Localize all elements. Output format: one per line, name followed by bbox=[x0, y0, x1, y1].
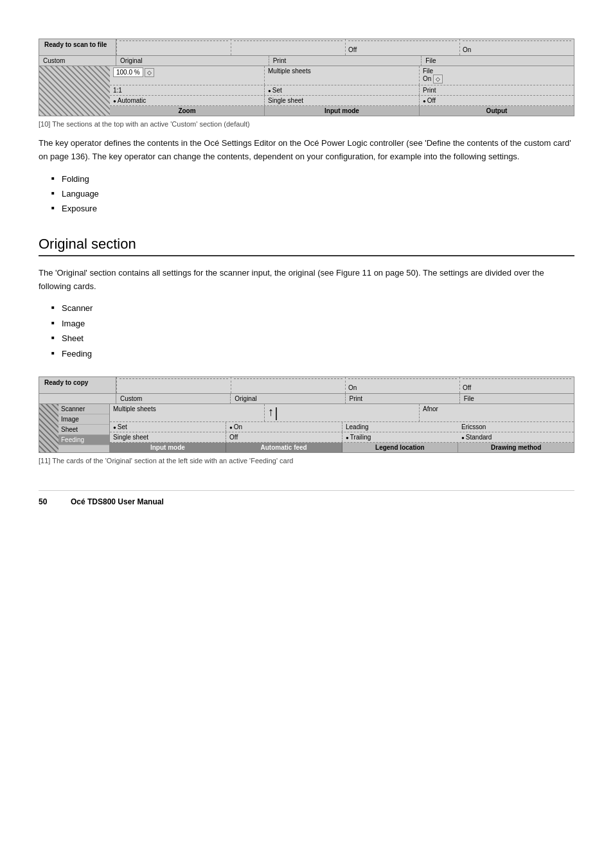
auto-arrow: ↑ bbox=[265, 404, 420, 421]
output-off: Off bbox=[420, 96, 574, 105]
sidebar-image[interactable]: Image bbox=[58, 414, 109, 425]
figure-10-panel: Ready to scan to file Off On bbox=[39, 39, 574, 116]
footer-zoom[interactable]: Zoom bbox=[110, 106, 265, 116]
input-multiple: Multiple sheets bbox=[110, 404, 265, 421]
tab-off-10: Off bbox=[348, 46, 357, 53]
sidebar-menu-11: Scanner Image Sheet Feeding bbox=[58, 404, 110, 452]
zoom-box[interactable]: 100.0 % bbox=[113, 67, 143, 77]
card-feeding: Feeding bbox=[51, 346, 574, 361]
panel-header-10: Ready to scan to file Off On bbox=[39, 39, 574, 56]
tab-print-11[interactable]: Print bbox=[346, 394, 460, 403]
input-mode-header: Multiple sheets bbox=[265, 66, 420, 85]
sidebar-sheet[interactable]: Sheet bbox=[58, 425, 109, 435]
auto-on: On bbox=[226, 422, 342, 432]
page-content: Ready to scan to file Off On bbox=[0, 0, 613, 545]
bullet-item-language: Language bbox=[51, 186, 574, 201]
auto-off: Off bbox=[226, 432, 342, 442]
footer-row-11: Input mode Automatic feed Legend locatio… bbox=[110, 443, 574, 452]
footer-auto-feed-11[interactable]: Automatic feed bbox=[226, 443, 342, 452]
zoom-value: 100.0 % ◇ bbox=[110, 66, 265, 85]
status-label-10: Ready to scan to file bbox=[39, 39, 116, 55]
zoom-auto: Automatic bbox=[110, 96, 265, 105]
output-header: FileOn ◇ bbox=[420, 66, 574, 85]
arrow-up-icon: ↑ bbox=[268, 405, 274, 418]
tab-empty-11 bbox=[39, 394, 116, 403]
footer-legend-loc-11[interactable]: Legend location bbox=[342, 443, 459, 452]
zoom-ratio: 1:1 bbox=[110, 85, 265, 95]
tab-file-10[interactable]: File bbox=[422, 56, 574, 66]
figure-11-panel: Ready to copy On Off C bbox=[39, 376, 574, 453]
tab-file-11[interactable]: File bbox=[460, 394, 574, 403]
tab-on-11: On bbox=[348, 384, 357, 391]
sidebar-hatched-10 bbox=[39, 66, 110, 116]
legend-leading: Leading bbox=[342, 422, 458, 432]
drawing-ericsson: Ericsson bbox=[458, 422, 574, 432]
footer-drawing-method-11[interactable]: Drawing method bbox=[458, 443, 574, 452]
original-cards-list: Scanner Image Sheet Feeding bbox=[51, 301, 574, 361]
tab-original-11[interactable]: Original bbox=[231, 394, 345, 403]
panel-body-10: 100.0 % ◇ Multiple sheets FileOn ◇ 1:1 S… bbox=[39, 66, 574, 116]
bullet-item-folding: Folding bbox=[51, 172, 574, 186]
status-label-11: Ready to copy bbox=[39, 377, 116, 393]
sidebar-feeding[interactable]: Feeding bbox=[58, 435, 109, 445]
input-set: Set bbox=[265, 85, 420, 95]
sidebar-scanner[interactable]: Scanner bbox=[58, 404, 109, 414]
page-footer: 50 Océ TDS800 User Manual bbox=[39, 490, 574, 506]
original-section-text: The 'Original' section contains all sett… bbox=[39, 267, 574, 294]
tab-original-10[interactable]: Original bbox=[116, 56, 269, 66]
sidebar-hatched-11 bbox=[39, 404, 58, 452]
bullet-item-exposure: Exposure bbox=[51, 201, 574, 216]
tab-on-10: On bbox=[463, 46, 471, 53]
input-single: Single sheet bbox=[265, 96, 420, 105]
footer-input-mode-11[interactable]: Input mode bbox=[110, 443, 226, 452]
page-number: 50 bbox=[39, 497, 58, 506]
original-section-heading: Original section bbox=[39, 236, 574, 256]
tab-off-11: Off bbox=[463, 384, 471, 391]
footer-output[interactable]: Output bbox=[420, 106, 574, 116]
output-print: Print bbox=[420, 85, 574, 95]
caption-10: [10] The sections at the top with an act… bbox=[39, 120, 574, 128]
tab-custom-10[interactable]: Custom bbox=[39, 56, 116, 66]
zoom-stepper[interactable]: ◇ bbox=[145, 68, 154, 77]
body-text-1: The key operator defines the contents in… bbox=[39, 137, 574, 164]
legend-trailing: Trailing bbox=[342, 432, 458, 442]
footer-row-10: Zoom Input mode Output bbox=[110, 106, 574, 116]
panel-body-11: Scanner Image Sheet Feeding Multiple she… bbox=[39, 404, 574, 452]
tab-print-10[interactable]: Print bbox=[269, 56, 422, 66]
bullet-list-1: Folding Language Exposure bbox=[51, 172, 574, 217]
drawing-standard: Standard bbox=[458, 432, 574, 442]
caption-11: [11] The cards of the 'Original' section… bbox=[39, 457, 574, 465]
card-image: Image bbox=[51, 316, 574, 331]
page-footer-title: Océ TDS800 User Manual bbox=[71, 497, 164, 506]
footer-input-mode[interactable]: Input mode bbox=[265, 106, 420, 116]
tab-custom-11[interactable]: Custom bbox=[116, 394, 231, 403]
card-scanner: Scanner bbox=[51, 301, 574, 315]
card-sheet: Sheet bbox=[51, 331, 574, 346]
input-set: Set bbox=[110, 422, 226, 432]
panel-header-11: Ready to copy On Off bbox=[39, 377, 574, 394]
input-single: Single sheet bbox=[110, 432, 226, 442]
drawing-afnor: Afnor bbox=[420, 404, 574, 421]
